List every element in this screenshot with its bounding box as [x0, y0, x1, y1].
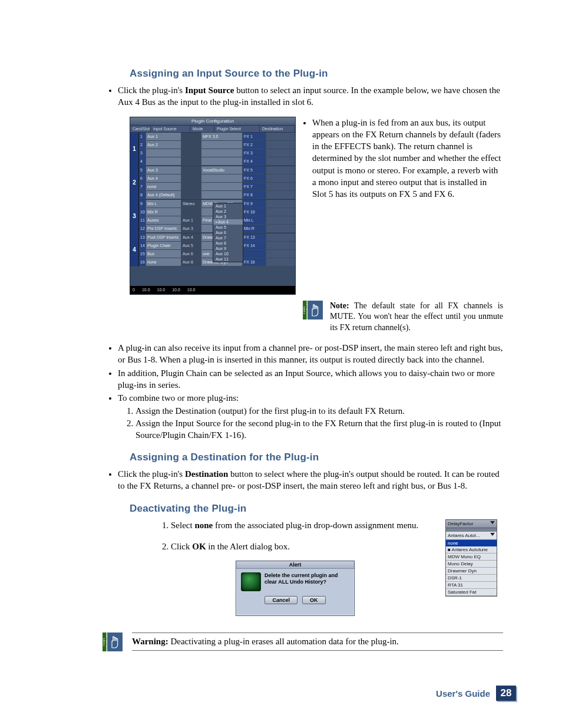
- input-source-cell[interactable]: Aux 2: [146, 141, 181, 149]
- plugin-select-cell[interactable]: [201, 191, 243, 199]
- plugin-select-cell[interactable]: [201, 174, 243, 182]
- deactivate-row: Select none from the associated plug-in …: [159, 519, 497, 617]
- col-card: Card/Slot: [130, 126, 151, 132]
- slot-index: 12: [139, 225, 146, 232]
- col-dest: Destination: [260, 126, 295, 132]
- destination-cell[interactable]: FX 16: [243, 258, 266, 266]
- bullet-list: A plug-in can also receive its input fro…: [106, 342, 503, 441]
- mode-cell[interactable]: Aux 6: [181, 250, 201, 258]
- destination-cell[interactable]: FX 7: [243, 183, 266, 190]
- text: in the Alert dialog box.: [206, 542, 290, 551]
- plugin-select-cell[interactable]: [201, 157, 243, 165]
- destination-cell[interactable]: FX 3: [243, 149, 266, 157]
- destination-cell[interactable]: Mix L: [243, 216, 266, 224]
- dropdown-subheader[interactable]: Antares Autot...: [446, 532, 497, 540]
- dropdown-item[interactable]: Drawmer Dyn: [446, 568, 497, 575]
- dropdown-item[interactable]: Saturated Fat: [446, 589, 497, 596]
- popup-item[interactable]: Aux 8: [213, 241, 243, 246]
- bullet-list: Click the plug-in's Input Source button …: [106, 84, 503, 108]
- destination-cell[interactable]: FX 8: [243, 191, 266, 199]
- mode-cell[interactable]: [181, 141, 201, 149]
- input-source-cell[interactable]: Aux 3: [146, 166, 181, 174]
- mode-cell[interactable]: [181, 166, 201, 174]
- chevron-down-icon: [490, 521, 495, 524]
- dropdown-header[interactable]: DelayFactor: [446, 520, 497, 528]
- popup-item[interactable]: Aux 5: [213, 225, 243, 230]
- popup-item[interactable]: Aux 6: [213, 230, 243, 235]
- plugin-slot-row: 7noneFX 7: [139, 183, 295, 191]
- plugin-select-cell[interactable]: [201, 183, 243, 190]
- mode-cell[interactable]: [181, 174, 201, 182]
- mode-cell[interactable]: Aux 4: [181, 233, 201, 241]
- plugin-card-section: 25Aux 3VocalStudioFX 56Aux 4FX 67noneFX …: [130, 166, 295, 199]
- input-source-cell[interactable]: [146, 157, 181, 165]
- input-source-cell[interactable]: Mix L: [146, 200, 181, 207]
- text: Click the plug-in's: [118, 85, 185, 95]
- destination-cell[interactable]: FX 1: [243, 133, 266, 140]
- input-source-cell[interactable]: Aux 4 (Default): [146, 191, 181, 199]
- dropdown-item[interactable]: MDW Mono EQ: [446, 554, 497, 561]
- input-source-cell[interactable]: Auxes: [146, 216, 181, 224]
- popup-item[interactable]: Aux 3: [213, 214, 243, 219]
- mode-cell[interactable]: [181, 208, 201, 216]
- plugin-select-cell[interactable]: VocalStudio: [201, 166, 243, 174]
- popup-item[interactable]: Aux 1: [213, 203, 243, 209]
- input-source-cell[interactable]: Bus: [146, 250, 181, 258]
- input-source-cell[interactable]: Pre DSP Inserts: [146, 225, 181, 232]
- destination-cell[interactable]: FX 6: [243, 174, 266, 182]
- destination-cell[interactable]: FX 9: [243, 200, 266, 207]
- popup-item[interactable]: Aux 9: [213, 246, 243, 251]
- plugin-select-cell[interactable]: [201, 149, 243, 157]
- popup-item[interactable]: Aux 11: [213, 256, 243, 262]
- mode-cell[interactable]: Aux 8: [181, 258, 201, 266]
- mode-cell[interactable]: Aux 5: [181, 242, 201, 249]
- input-source-cell[interactable]: Post DSP Inserts: [146, 233, 181, 241]
- destination-cell[interactable]: [243, 250, 266, 258]
- dropdown-item-none[interactable]: none: [446, 540, 497, 546]
- ruler-tick: 10.0: [187, 288, 196, 292]
- mode-cell[interactable]: Stereo: [181, 200, 201, 207]
- popup-item[interactable]: Aux 10: [213, 251, 243, 256]
- destination-cell[interactable]: FX 5: [243, 166, 266, 174]
- destination-cell[interactable]: FX 2: [243, 141, 266, 149]
- plugin-window-title: Plugin Configuration: [130, 117, 295, 126]
- input-source-cell[interactable]: Aux 1: [146, 133, 181, 140]
- input-source-cell[interactable]: Aux 4: [146, 174, 181, 182]
- popup-item[interactable]: • Aux 4: [213, 219, 243, 225]
- plugin-select-cell[interactable]: [201, 141, 243, 149]
- dropdown-item[interactable]: RTA 31: [446, 582, 497, 589]
- destination-cell[interactable]: FX 13: [243, 233, 266, 241]
- mode-cell[interactable]: [181, 149, 201, 157]
- input-source-cell[interactable]: none: [146, 258, 181, 266]
- ruler-tick: 0: [133, 288, 135, 292]
- popup-item[interactable]: Aux 7: [213, 235, 243, 241]
- input-source-cell[interactable]: Mix R: [146, 208, 181, 216]
- mode-cell[interactable]: Aux 1: [181, 216, 201, 224]
- input-source-cell[interactable]: Plugin Chain: [146, 242, 181, 249]
- dropdown-item[interactable]: Mono Delay: [446, 561, 497, 568]
- input-source-cell[interactable]: none: [146, 183, 181, 190]
- aux-popup-menu[interactable]: Aux 1 Aux 2 Aux 3• Aux 4 Aux 5 Aux 6 Aux…: [213, 203, 243, 262]
- input-source-cell[interactable]: [146, 149, 181, 157]
- mode-cell[interactable]: [181, 183, 201, 190]
- destination-cell[interactable]: Mix R: [243, 225, 266, 232]
- mode-cell[interactable]: [181, 191, 201, 199]
- warning-callout: VERY IMPORTANT Warning: Deactivating a p…: [106, 633, 503, 651]
- dropdown-item[interactable]: DSR-1: [446, 575, 497, 582]
- mode-cell[interactable]: Aux 3: [181, 225, 201, 232]
- ok-button[interactable]: OK: [302, 596, 326, 604]
- mode-cell[interactable]: [181, 157, 201, 165]
- mode-cell[interactable]: [181, 133, 201, 140]
- destination-cell[interactable]: FX 4: [243, 157, 266, 165]
- plugin-card-section: 11Aux 1MFX 3.0FX 12Aux 2FX 23FX 34FX 4: [130, 132, 295, 166]
- destination-cell[interactable]: FX 10: [243, 208, 266, 216]
- cancel-button[interactable]: Cancel: [265, 596, 297, 604]
- bottom-ruler: 010.010.010.010.0: [130, 286, 295, 294]
- note-label: Note:: [330, 301, 349, 310]
- note-text: Note: The default state for all FX chann…: [330, 301, 503, 334]
- dropdown-item[interactable]: ■ Antares Autotune: [446, 546, 497, 554]
- popup-item[interactable]: Aux 2: [213, 209, 243, 214]
- destination-cell[interactable]: FX 14: [243, 242, 266, 249]
- plugin-select-cell[interactable]: MFX 3.0: [201, 133, 243, 140]
- bold-term: none: [194, 521, 213, 530]
